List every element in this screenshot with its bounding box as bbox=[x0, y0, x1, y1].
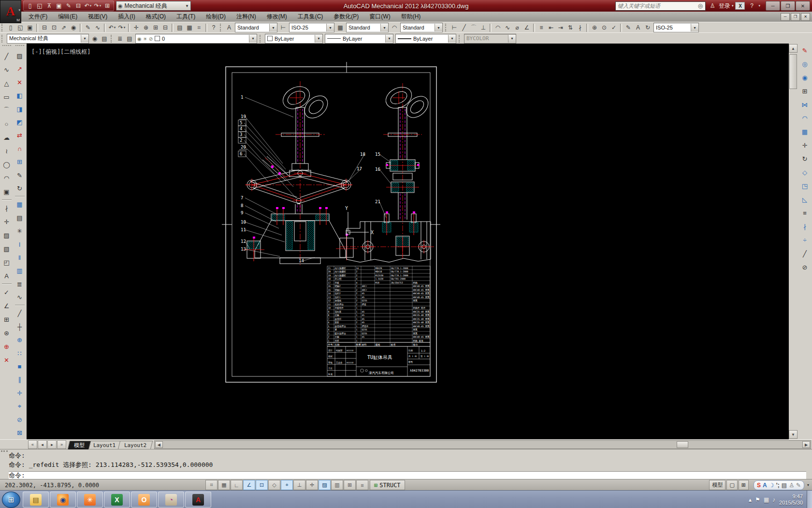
struct-layer-button[interactable]: ⊞ STRUCT bbox=[370, 480, 405, 490]
dim-angular-button[interactable]: ∠ bbox=[522, 23, 532, 32]
scroll-down-icon[interactable]: ▼ bbox=[789, 430, 798, 439]
dim-continue-button[interactable]: ⇥ bbox=[556, 23, 566, 32]
scroll-thumb[interactable] bbox=[789, 54, 797, 89]
minimize-button[interactable]: ─ bbox=[766, 1, 780, 11]
color-select[interactable]: ByLayer ▼ bbox=[265, 34, 323, 44]
hidden-icons-icon[interactable]: ▴ bbox=[749, 496, 752, 503]
construction-line-button[interactable]: ╱ bbox=[14, 307, 26, 319]
autocad-taskbar-button[interactable]: A bbox=[185, 492, 211, 508]
plot-button[interactable]: ⊟ bbox=[40, 23, 49, 32]
toolbar-grip[interactable] bbox=[260, 35, 262, 43]
zoom-realtime-button[interactable]: ⊕ bbox=[141, 23, 151, 32]
gradient-button[interactable]: ▧ bbox=[0, 242, 13, 255]
linetype-select[interactable]: ByLayer ▼ bbox=[325, 34, 393, 44]
hatch-zone-button[interactable]: ▨ bbox=[14, 50, 26, 62]
layer-properties-button[interactable]: ≣ bbox=[115, 34, 125, 43]
center-mark-button[interactable]: ⊙ bbox=[599, 23, 609, 32]
arc-button[interactable]: ⌒ bbox=[0, 104, 13, 117]
leader-remove-button[interactable]: ✕ bbox=[0, 354, 13, 366]
save-button[interactable]: ▣ bbox=[54, 1, 64, 10]
tab-Layout2[interactable]: Layout2 bbox=[118, 441, 153, 449]
toolbar-grip[interactable] bbox=[1, 35, 4, 43]
command-panel[interactable]: 命令:命令: _refedit 选择参照: 213.114283,-512.53… bbox=[0, 449, 812, 479]
redo-button[interactable]: ↷▾ bbox=[117, 23, 127, 32]
mtext-button[interactable]: A bbox=[0, 269, 13, 282]
zoom-window-button[interactable]: ⊞ bbox=[151, 23, 160, 32]
mech-options-button[interactable]: ∿ bbox=[93, 23, 102, 32]
workspace-settings-button[interactable]: ◉ bbox=[90, 34, 100, 43]
quick-dim-button[interactable]: ⊞ bbox=[0, 313, 13, 326]
region-button[interactable]: ◰ bbox=[0, 256, 13, 269]
stack-button[interactable]: ≡ bbox=[798, 207, 811, 219]
hole-grid-button[interactable]: ⊠ bbox=[14, 427, 26, 439]
drawing-area[interactable]: [-][俯视][二维线框] bbox=[27, 44, 789, 439]
wheel-symbol-button[interactable]: ⊛ bbox=[0, 327, 13, 339]
table-style-select[interactable]: Standard▼ bbox=[346, 23, 389, 32]
scroll-up-icon[interactable]: ▲ bbox=[789, 44, 798, 53]
undo-button[interactable]: ↶▾ bbox=[83, 1, 93, 10]
zone-box-a-button[interactable]: ◧ bbox=[14, 90, 26, 102]
pin-app-taskbar-button[interactable]: ✳ bbox=[77, 492, 103, 508]
ellipse-button[interactable]: ◯ bbox=[0, 158, 13, 171]
redo-dropdown-icon[interactable]: ▾ bbox=[124, 26, 126, 30]
toolbar-grip[interactable] bbox=[220, 24, 223, 31]
center-cross-button[interactable]: ┼ bbox=[14, 321, 26, 333]
ime-keyboard-icon[interactable]: ▤ bbox=[782, 482, 787, 489]
rotate-button[interactable]: ↻ bbox=[798, 152, 811, 165]
dim-quick-button[interactable]: ≡ bbox=[536, 23, 546, 32]
scroll-thumb[interactable] bbox=[677, 441, 688, 448]
tab-prev-button[interactable]: ◂ bbox=[38, 440, 47, 449]
save-project-button[interactable]: ⊼ bbox=[44, 1, 54, 10]
hatch-button[interactable]: ▨ bbox=[0, 229, 13, 241]
divide-button[interactable]: ∤ bbox=[0, 202, 13, 214]
break-at-point-button[interactable]: ∤ bbox=[798, 220, 811, 233]
vertical-scrollbar[interactable]: ▲ ▼ bbox=[789, 44, 798, 439]
mleader-style-button[interactable]: ◠ bbox=[390, 23, 399, 32]
dim-space-button[interactable]: ⇅ bbox=[566, 23, 575, 32]
screw-connection-button[interactable]: ▤ bbox=[14, 212, 26, 224]
move-button[interactable]: ✛ bbox=[798, 139, 811, 151]
drawing-canvas[interactable]: 21内六角螺钉14M8X20GB/T70.1-200020内六角螺钉2M8X18… bbox=[27, 44, 789, 439]
parallel-mark-button[interactable]: ∥ bbox=[14, 374, 26, 386]
edit-view-button[interactable]: ✎ bbox=[14, 169, 26, 181]
new-button[interactable]: ▯ bbox=[6, 23, 15, 32]
toolbar-grip[interactable] bbox=[445, 24, 448, 31]
zone-box-c-button[interactable]: ◩ bbox=[14, 116, 26, 128]
power-erase-button[interactable]: ✕ bbox=[14, 76, 26, 89]
dim-ordinate-button[interactable]: ⊥ bbox=[478, 23, 488, 32]
design-center-button[interactable]: ▦ bbox=[185, 23, 194, 32]
sogou-logo-icon[interactable]: S bbox=[757, 482, 761, 489]
dim-radius-button[interactable]: ◠ bbox=[493, 23, 503, 32]
toolbar-grip[interactable] bbox=[2, 45, 11, 48]
zone-box-b-button[interactable]: ◨ bbox=[14, 103, 26, 115]
join-button[interactable]: ╱ bbox=[798, 247, 811, 260]
3d-dwf-button[interactable]: ◉ bbox=[69, 23, 78, 32]
tab-last-button[interactable]: » bbox=[57, 440, 66, 449]
polyline-button[interactable]: ∿ bbox=[0, 63, 13, 76]
menu-item-2[interactable]: 编辑(E) bbox=[53, 13, 83, 21]
workspaces-select[interactable]: Mechanical 经典 ▼ bbox=[7, 34, 89, 44]
magnet-button[interactable]: ∩ bbox=[14, 143, 26, 155]
text-style-button[interactable]: A bbox=[224, 23, 234, 32]
datum-check-button[interactable]: ✓ bbox=[0, 286, 13, 299]
menu-item-6[interactable]: 工具(T) bbox=[171, 13, 201, 21]
copy-object-button[interactable]: ◎ bbox=[798, 58, 811, 70]
command-grip[interactable] bbox=[1, 450, 8, 457]
scale-button[interactable]: ◇ bbox=[798, 166, 811, 179]
dim-arc-button[interactable]: ⌒ bbox=[469, 23, 478, 32]
menu-item-1[interactable]: 文件(F) bbox=[23, 13, 53, 21]
ime-lang-icon[interactable]: A bbox=[763, 482, 767, 489]
explorer-taskbar-button[interactable]: ▤ bbox=[23, 492, 49, 508]
dim-aligned-button[interactable]: ╱ bbox=[459, 23, 469, 32]
circle-button[interactable]: ○ bbox=[0, 118, 13, 130]
command-input[interactable]: 命令: bbox=[9, 471, 806, 479]
dim-break-button[interactable]: ∤ bbox=[575, 23, 585, 32]
zoom-previous-button[interactable]: ⊟ bbox=[160, 23, 170, 32]
polar-toggle[interactable]: ∠ bbox=[243, 480, 255, 490]
ortho-toggle[interactable]: ∟ bbox=[231, 480, 243, 490]
quick-view-drawings-button[interactable]: ⊞ bbox=[739, 480, 749, 490]
transparency-toggle[interactable]: ▥ bbox=[331, 480, 343, 490]
dim-style-select[interactable]: ISO-25▼ bbox=[289, 23, 334, 32]
match-properties-button[interactable]: ✎ bbox=[83, 23, 93, 32]
action-center-flag-icon[interactable]: ⚑ bbox=[755, 496, 760, 503]
